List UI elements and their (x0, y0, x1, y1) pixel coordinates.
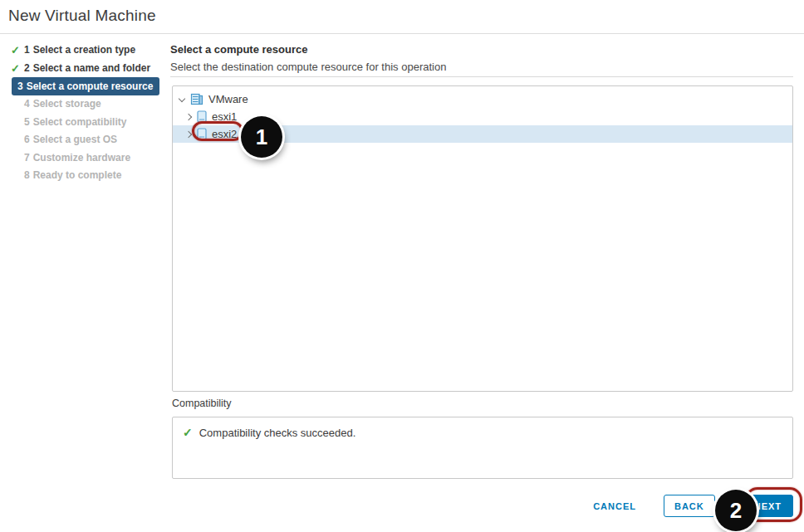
sidebar-step-6: 6Select a guest OS (12, 131, 159, 149)
compatibility-label: Compatibility (172, 398, 232, 409)
check-icon: ✓ (11, 60, 20, 78)
compute-resource-tree: VMware esxi1 esxi2 (172, 85, 793, 392)
sidebar-step-3-active[interactable]: 3Select a compute resource (12, 77, 159, 95)
step-number: 5 (24, 116, 30, 128)
wizard-footer: CANCEL BACK NEXT (593, 495, 793, 517)
step-number: 1 (24, 44, 30, 56)
back-button[interactable]: BACK (664, 495, 715, 517)
sidebar-step-8: 8Ready to complete (12, 167, 159, 185)
tree-item-label: esxi2 (212, 125, 237, 143)
check-icon: ✓ (11, 41, 20, 60)
step-number: 8 (24, 169, 30, 181)
cancel-button[interactable]: CANCEL (593, 496, 636, 516)
compatibility-message: Compatibility checks succeeded. (199, 427, 356, 439)
tree-item-label: VMware (208, 90, 248, 108)
datacenter-icon (190, 93, 203, 105)
new-vm-wizard-dialog: New Virtual Machine ✓ 1Select a creation… (0, 0, 804, 532)
tree-item-vmware-datacenter[interactable]: VMware (173, 90, 792, 108)
sidebar-step-4: 4Select storage (12, 95, 159, 114)
step-subheading: Select the destination compute resource … (170, 61, 446, 73)
step-label: Select a name and folder (33, 62, 150, 74)
tree-item-esxi2[interactable]: esxi2 (173, 125, 792, 143)
step-label: Ready to complete (33, 169, 122, 181)
title-divider (0, 33, 804, 34)
step-number: 4 (24, 98, 30, 110)
step-label: Select storage (33, 98, 101, 110)
wizard-steps-sidebar: ✓ 1Select a creation type ✓ 2Select a na… (12, 41, 159, 185)
chevron-right-icon[interactable] (185, 113, 192, 120)
next-button[interactable]: NEXT (743, 495, 793, 517)
chevron-right-icon[interactable] (185, 130, 192, 137)
step-heading: Select a compute resource (170, 43, 307, 56)
step-number: 7 (24, 152, 30, 164)
step-label: Select compatibility (33, 116, 127, 128)
step-number: 2 (24, 62, 30, 74)
success-check-icon: ✓ (183, 426, 193, 439)
step-number: 6 (24, 134, 30, 145)
step-label: Select a compute resource (27, 81, 154, 92)
step-label: Select a creation type (33, 44, 135, 56)
sidebar-step-7: 7Customize hardware (12, 149, 159, 168)
step-label: Select a guest OS (33, 134, 117, 145)
page-title: New Virtual Machine (8, 7, 156, 25)
chevron-down-icon[interactable] (179, 95, 185, 101)
sidebar-step-5: 5Select compatibility (12, 114, 159, 132)
sidebar-step-2[interactable]: ✓ 2Select a name and folder (12, 60, 159, 78)
host-icon (197, 128, 207, 140)
host-icon (197, 110, 207, 123)
sidebar-step-1[interactable]: ✓ 1Select a creation type (12, 41, 159, 60)
step-label: Customize hardware (33, 152, 130, 164)
tree-item-label: esxi1 (212, 108, 237, 125)
step-number: 3 (17, 81, 23, 92)
compatibility-panel: ✓ Compatibility checks succeeded. (172, 417, 793, 479)
heading-divider (170, 76, 793, 77)
tree-item-esxi1[interactable]: esxi1 (173, 108, 792, 125)
